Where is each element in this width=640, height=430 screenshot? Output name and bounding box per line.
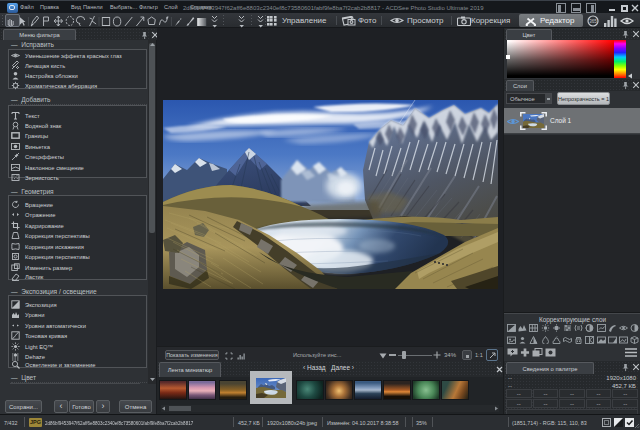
svg-text:365: 365: [589, 19, 597, 24]
